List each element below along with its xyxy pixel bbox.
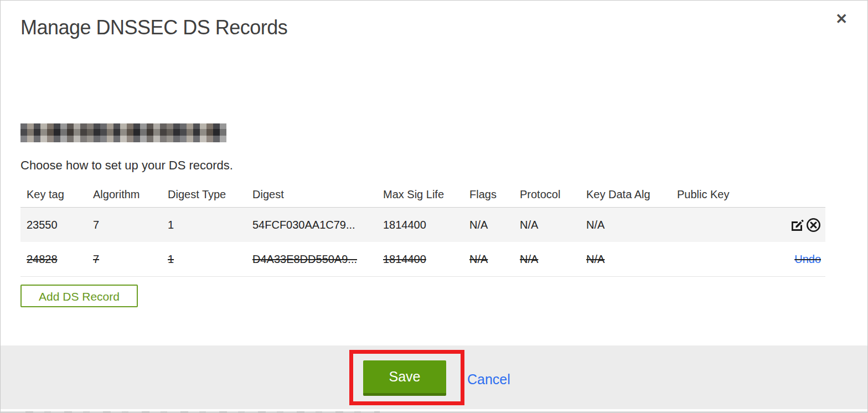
table-row: 23550 7 1 54FCF030AA1C79... 1814400 N/A … <box>20 208 825 242</box>
cell-key-data-alg: N/A <box>580 219 671 231</box>
dnssec-modal: Manage DNSSEC DS Records ✕ Choose how to… <box>0 0 868 413</box>
cell-key-tag: 24828 <box>20 253 87 266</box>
cell-digest: D4A33E8DD550A9... <box>246 253 377 266</box>
table-header-row: Key tag Algorithm Digest Type Digest Max… <box>20 182 825 208</box>
ds-records-table: Key tag Algorithm Digest Type Digest Max… <box>20 182 825 277</box>
column-header-flags: Flags <box>463 188 514 201</box>
cell-flags: N/A <box>463 219 514 231</box>
cell-digest-type: 1 <box>162 253 246 266</box>
cell-key-tag: 23550 <box>20 219 87 231</box>
edit-record-icon[interactable] <box>789 218 804 233</box>
page-title: Manage DNSSEC DS Records <box>20 16 287 39</box>
column-header-key-data-alg: Key Data Alg <box>580 188 671 201</box>
column-header-key-tag: Key tag <box>20 188 87 201</box>
column-header-protocol: Protocol <box>514 188 580 201</box>
cell-digest-type: 1 <box>162 219 246 231</box>
save-button[interactable]: Save <box>363 360 446 396</box>
row-actions: Undo <box>770 253 825 266</box>
setup-instructions: Choose how to set up your DS records. <box>20 158 233 173</box>
cell-max-sig-life: 1814400 <box>377 253 463 266</box>
column-header-public-key: Public Key <box>671 188 770 201</box>
column-header-digest: Digest <box>246 188 377 201</box>
cell-max-sig-life: 1814400 <box>377 219 463 231</box>
close-icon[interactable]: ✕ <box>835 12 848 26</box>
cell-flags: N/A <box>463 253 514 266</box>
delete-record-icon[interactable] <box>806 218 821 233</box>
cell-protocol: N/A <box>514 253 580 266</box>
add-ds-record-button[interactable]: Add DS Record <box>20 285 138 307</box>
row-actions <box>770 218 825 233</box>
column-header-digest-type: Digest Type <box>162 188 246 201</box>
column-header-algorithm: Algorithm <box>87 188 162 201</box>
cell-algorithm: 7 <box>87 219 162 231</box>
cell-key-data-alg: N/A <box>580 253 671 266</box>
cell-algorithm: 7 <box>87 253 162 266</box>
redacted-domain-name <box>20 123 226 142</box>
cell-protocol: N/A <box>514 219 580 231</box>
column-header-max-sig-life: Max Sig Life <box>377 188 463 201</box>
undo-delete-link[interactable]: Undo <box>794 253 821 266</box>
table-row-deleted: 24828 7 1 D4A33E8DD550A9... 1814400 N/A … <box>20 242 825 277</box>
cell-digest: 54FCF030AA1C79... <box>246 219 377 231</box>
cancel-link[interactable]: Cancel <box>467 371 510 388</box>
